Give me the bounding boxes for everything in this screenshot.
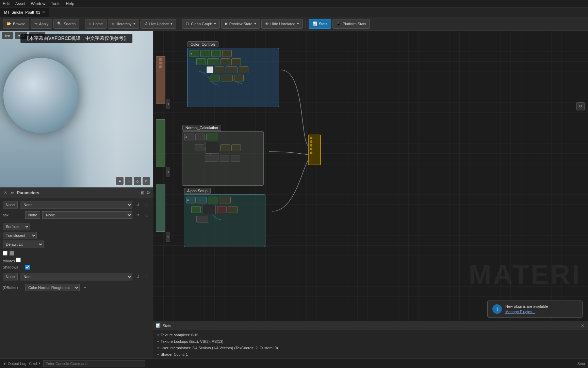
viewport-ctrl-4[interactable]: ↺: [143, 177, 150, 185]
browse-button[interactable]: 📂 Browse: [3, 19, 29, 29]
param-checkbox-shadows[interactable]: [25, 265, 30, 270]
param-dropdown-2[interactable]: None: [42, 211, 132, 219]
viewport-ctrl-2[interactable]: ○: [125, 177, 132, 185]
parameters-panel: ✕ ✏ Parameters ⊞ ⚙ None None ↺ ⊞: [0, 187, 153, 358]
port-indicator: [159, 65, 162, 68]
manage-plugins-button[interactable]: Manage Plugins...: [505, 310, 535, 314]
param-link-icon-le[interactable]: ⊞: [143, 273, 150, 280]
main-area: ive ● Lit Show 【本字幕由VXFORCE机译，中文字幕仅供参考】 …: [0, 31, 588, 358]
notification-icon: i: [492, 304, 502, 314]
nc-row-2: [195, 142, 261, 154]
stats-button[interactable]: 📊 Stats: [309, 19, 331, 29]
param-chevron-icon[interactable]: ▾: [82, 284, 88, 291]
viewport[interactable]: ive ● Lit Show 【本字幕由VXFORCE机译，中文字幕仅供参考】 …: [0, 31, 153, 187]
param-checkbox-1[interactable]: [3, 251, 7, 256]
param-color-swatch[interactable]: [10, 251, 14, 256]
menu-help[interactable]: Help: [66, 1, 74, 6]
left-node-strip: [156, 56, 165, 105]
collapse-handle-3[interactable]: <: [166, 232, 170, 242]
surface-row: Surface: [3, 223, 150, 230]
port-indicator: [159, 62, 162, 64]
param-refresh-icon-le[interactable]: ↺: [134, 273, 141, 280]
menu-asset[interactable]: Asset: [15, 1, 26, 6]
param-shadows-row: Shadows: [3, 265, 150, 270]
mini-node-as-4: [219, 197, 231, 203]
param-none-btn-le[interactable]: None: [3, 273, 18, 280]
menu-tools[interactable]: Tools: [51, 1, 60, 6]
output-node[interactable]: [308, 135, 321, 165]
mini-node-as-red: [217, 206, 227, 213]
green-node-group-1: [156, 119, 165, 167]
params-close-button[interactable]: ✕: [3, 190, 8, 196]
param-refresh-icon-2[interactable]: ↺: [134, 212, 141, 218]
color-controls-group: Color_Controls: [187, 48, 279, 107]
mini-node-cc-3: [211, 50, 221, 57]
param-link-icon-1[interactable]: ⊞: [143, 201, 150, 208]
lighting-dropdown[interactable]: Default Lit: [3, 241, 44, 248]
mini-node-cc-12: [210, 75, 219, 81]
output-port-3: [310, 144, 312, 147]
hierarchy-button[interactable]: ≡ Hierarchy ▾: [108, 19, 139, 29]
param-ask-label: ask: [3, 213, 23, 217]
param-row-le: None None ↺ ⊞: [3, 273, 150, 280]
param-dropdown-1[interactable]: None: [20, 201, 132, 209]
notification-popup: i New plugins are available Manage Plugi…: [487, 301, 583, 318]
blend-mode-row: Translucent: [3, 232, 150, 239]
menu-edit[interactable]: Edit: [3, 1, 10, 6]
tab-close-icon[interactable]: ✕: [42, 10, 45, 14]
home-icon: ⌂: [89, 22, 91, 26]
browse-icon: 📂: [6, 21, 11, 26]
nc-row-1: [184, 134, 261, 140]
chevron-down-icon: ▾: [297, 21, 299, 26]
tab-material[interactable]: MT_Smoke_Pouff_01 ✕: [0, 7, 49, 17]
stats-icon: 📊: [312, 21, 317, 26]
params-content: None None ↺ ⊞ ask None None ↺ ⊞: [0, 198, 153, 358]
home-button[interactable]: ⌂ Home: [85, 19, 107, 29]
stats-close-button[interactable]: ✕: [580, 323, 585, 328]
mini-node-nc-6: [220, 144, 230, 151]
viewport-ctrl-1[interactable]: ■: [116, 177, 124, 185]
param-none-btn-2[interactable]: None: [25, 211, 40, 219]
clean-graph-icon: ⬡: [186, 21, 189, 26]
console-command-input[interactable]: [43, 360, 145, 367]
hide-unrelated-button[interactable]: 👁 Hide Unrelated ▾: [261, 19, 303, 29]
collapse-handle-1[interactable]: <: [166, 99, 170, 109]
param-link-icon-2[interactable]: ⊞: [143, 212, 150, 218]
pencil-icon: ✏: [11, 190, 14, 195]
reset-transform-button[interactable]: ↺: [576, 102, 585, 110]
mini-node-as-7: [228, 206, 238, 213]
param-checkbox-2[interactable]: [16, 258, 21, 262]
surface-dropdown[interactable]: Surface: [3, 223, 30, 230]
clean-graph-button[interactable]: ⬡ Clean Graph ▾: [182, 19, 219, 29]
mini-node-as-3: [208, 197, 217, 203]
bullet-2: •: [157, 339, 159, 344]
live-update-button[interactable]: ↺ Live Update ▾: [141, 19, 177, 29]
stats-item-2: • Texture Lookups (Est.): VS(3), PS(13): [157, 339, 584, 344]
gear-icon[interactable]: ⚙: [146, 190, 150, 195]
bullet-3: •: [157, 345, 159, 351]
platform-stats-button[interactable]: 📱 Platform Stats: [332, 19, 370, 29]
brown-node-group-1: [156, 56, 165, 104]
param-refresh-icon-1[interactable]: ↺: [134, 201, 141, 208]
param-none-btn-1[interactable]: None: [3, 201, 18, 209]
notification-content: New plugins are available Manage Plugins…: [505, 304, 548, 314]
apply-button[interactable]: ↪ Apply: [31, 19, 52, 29]
status-bar: ▼ Output Log Cmd ▾ Sour: [0, 358, 588, 368]
color-normal-dropdown[interactable]: Color Normal Roughness: [25, 284, 80, 291]
toolbar: 📂 Browse ↪ Apply 🔍 Search ⌂ Home ≡ Hiera…: [0, 17, 588, 31]
collapse-handle-2[interactable]: <: [166, 167, 170, 177]
search-button[interactable]: 🔍 Search: [53, 19, 79, 29]
viewport-ctrl-3[interactable]: ◇: [134, 177, 141, 185]
param-dropdown-le[interactable]: None: [20, 273, 132, 280]
mini-node-nc-8: [205, 155, 218, 162]
viewport-ive-button[interactable]: ive: [2, 32, 13, 39]
stats-panel-icon: 📊: [156, 323, 161, 328]
mini-node-as-2: [197, 197, 207, 203]
blend-mode-dropdown[interactable]: Translucent: [3, 232, 37, 239]
menu-window[interactable]: Window: [31, 1, 46, 6]
hide-unrelated-icon: 👁: [265, 22, 269, 26]
preview-state-button[interactable]: ▶ Preview State ▾: [221, 19, 260, 29]
output-port-2: [310, 140, 312, 143]
output-log-item[interactable]: ▼ Output Log: [3, 362, 26, 366]
separator-1: [82, 20, 82, 28]
